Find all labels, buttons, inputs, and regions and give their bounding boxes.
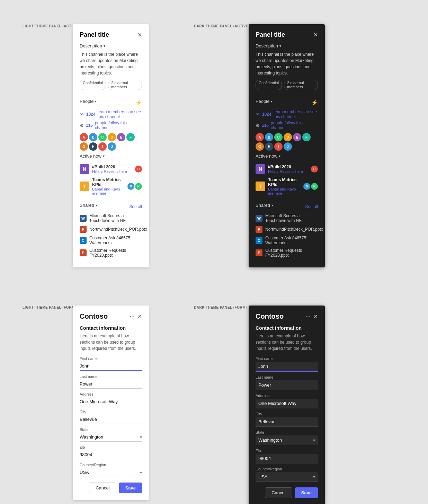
close-form-button[interactable]: ✕ — [137, 314, 142, 319]
people-section-label[interactable]: People ▾ — [80, 99, 97, 104]
divider-dark — [256, 95, 318, 95]
avatar-sm-dark: H — [311, 166, 318, 173]
save-button-dark[interactable]: Save — [295, 487, 318, 498]
state-select[interactable]: Washington — [80, 433, 142, 442]
shared-file-item: W Microsoft Scores a Touchdown with NF..… — [80, 213, 142, 223]
see-all-link[interactable]: See all — [129, 204, 142, 209]
address-input[interactable] — [80, 397, 142, 406]
avatar: H — [89, 142, 97, 151]
word-icon: W — [80, 215, 87, 222]
active-now-label[interactable]: Active now ▾ — [80, 153, 105, 159]
description-label[interactable]: Description ▾ — [80, 43, 142, 48]
file-name: Customer Requests FY2020.pptx — [89, 248, 142, 258]
avatar-dark: H — [265, 142, 273, 151]
active-subtitle: Hillary Reyes is here — [92, 169, 132, 174]
city-input[interactable] — [80, 415, 142, 424]
people-label-dark[interactable]: People ▾ — [256, 99, 273, 104]
form-panel-title: Contoso — [80, 312, 108, 320]
zip-input[interactable] — [80, 450, 142, 459]
more-icon[interactable]: ··· — [130, 313, 135, 320]
followers-link-dark[interactable]: people follow this channel — [271, 121, 318, 130]
first-name-group-dark: First name — [256, 356, 318, 372]
active-info-dark: Teams Metrics KPIs Babak and Kayo are he… — [268, 177, 301, 195]
form-footer-dark: Cancel Save — [256, 487, 318, 498]
avatar-sm-dark: B — [303, 183, 310, 190]
build-icon-dark: N — [256, 164, 265, 174]
avatar: C — [98, 133, 107, 141]
first-name-input[interactable] — [80, 362, 142, 371]
description-label-dark[interactable]: Description ▾ — [256, 43, 318, 48]
followers-count: 116 — [86, 123, 93, 128]
shared-label[interactable]: Shared ▾ — [80, 203, 97, 208]
active-item-teams: T Teams Metrics KPIs Babak and Kayo are … — [80, 177, 142, 195]
cancel-button-dark[interactable]: Cancel — [265, 487, 292, 498]
right-activity-area: Panel title ✕ Description ▾ This channel… — [214, 10, 428, 267]
divider-dark — [256, 199, 318, 199]
close-form-button-dark[interactable]: ✕ — [313, 314, 318, 319]
country-select-wrapper: USA ▾ — [80, 468, 142, 477]
address-input-dark[interactable] — [256, 399, 318, 408]
country-select[interactable]: USA — [80, 468, 142, 477]
cancel-button[interactable]: Cancel — [89, 483, 116, 493]
add-person-icon-dark[interactable]: ⚡ — [311, 99, 318, 106]
state-select-dark[interactable]: Washington — [256, 435, 318, 445]
avatar-dark: B — [265, 133, 273, 141]
blue-icon: C — [80, 237, 87, 244]
last-name-input[interactable] — [80, 380, 142, 389]
team-members-row-dark: 👁 1024 team members can see this channel — [256, 109, 318, 119]
avatar-dark: D — [284, 133, 292, 141]
followers-link[interactable]: people follow this channel — [95, 121, 142, 130]
shared-file-item-dark: P Customer Requests FY2020.pptx — [256, 248, 318, 258]
avatar-dark: A — [256, 133, 264, 141]
save-button[interactable]: Save — [119, 483, 142, 493]
shared-file-item: P Customer Requests FY2020.pptx — [80, 248, 142, 258]
first-name-label: First name — [80, 356, 142, 361]
file-name-dark: Customer Requests FY2020.pptx — [265, 248, 318, 258]
chevron-down-icon: ▾ — [279, 44, 281, 48]
form-panel-header: Contoso ··· ✕ — [80, 312, 142, 320]
more-icon-dark[interactable]: ··· — [305, 313, 311, 320]
description-text-dark: This channel is the place where we share… — [256, 51, 318, 76]
first-name-input-dark[interactable] — [256, 362, 318, 372]
zip-input-dark[interactable] — [256, 454, 318, 463]
city-input-dark[interactable] — [256, 417, 318, 427]
form-header-icons-dark: ··· ✕ — [305, 313, 318, 320]
divider — [80, 199, 142, 199]
avatar-sm-dark: K — [311, 183, 318, 190]
state-select-wrapper: Washington ▾ — [80, 433, 142, 442]
address-group: Address — [80, 392, 142, 406]
active-now-header-dark: Active now ▾ — [256, 153, 318, 161]
avatar: E — [117, 133, 125, 141]
avatar: G — [80, 142, 88, 151]
avatar: F — [126, 133, 135, 141]
eye-icon: 👁 — [80, 112, 84, 117]
dark-activity-panel: Panel title ✕ Description ▾ This channel… — [249, 24, 325, 267]
active-info: //Build 2020 Hillary Reyes is here — [92, 165, 132, 174]
address-label: Address — [80, 392, 142, 396]
avatar-dark: E — [293, 133, 301, 141]
light-form-panel: Contoso ··· ✕ Contact information Here i… — [73, 306, 149, 500]
team-members-link[interactable]: team members can see this channel — [98, 109, 142, 119]
state-label-dark: State — [256, 430, 318, 434]
close-button-dark[interactable]: ✕ — [313, 32, 318, 38]
contact-info-desc-dark: Here is an example of how sections can b… — [256, 333, 318, 352]
see-all-link-dark[interactable]: See all — [305, 204, 318, 209]
state-select-wrapper-dark: Washington ▾ — [256, 435, 318, 445]
country-group-dark: Country/Region USA ▾ — [256, 467, 318, 482]
active-info-dark: //Build 2020 Hillary Reyes is here — [268, 165, 308, 174]
add-person-icon[interactable]: ⚡ — [135, 99, 142, 106]
zip-group-dark: Zip — [256, 449, 318, 463]
team-members-link-dark[interactable]: team members can see this channel — [274, 109, 318, 119]
last-name-label-dark: Last name — [256, 375, 318, 379]
avatar-row-dark: A B C D E F G H I J — [256, 133, 318, 151]
shared-label-dark[interactable]: Shared ▾ — [256, 203, 273, 208]
close-button[interactable]: ✕ — [137, 32, 142, 38]
avatar-dark: G — [256, 142, 264, 151]
country-select-dark[interactable]: USA — [256, 472, 318, 482]
dark-form-panel: Contoso ··· ✕ Contact information Here i… — [249, 306, 325, 504]
blue-icon-dark: C — [256, 237, 262, 244]
active-now-label-dark[interactable]: Active now ▾ — [256, 153, 280, 159]
active-info: Teams Metrics KPIs Babak and Kayo are he… — [92, 177, 125, 195]
last-name-input-dark[interactable] — [256, 380, 318, 390]
chevron-down-icon: ▾ — [95, 99, 97, 103]
